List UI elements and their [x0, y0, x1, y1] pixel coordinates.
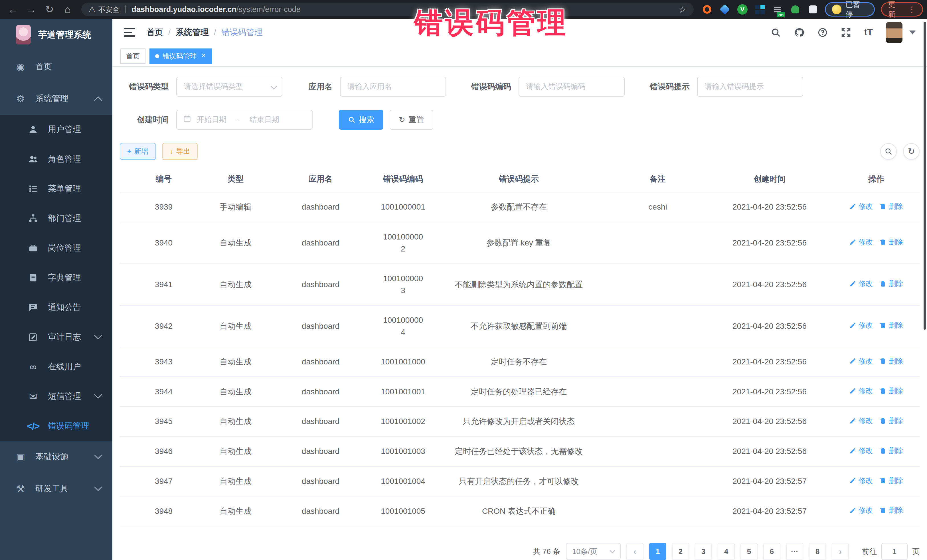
pin-extension-icon[interactable]: [719, 4, 731, 15]
next-page-button[interactable]: ›: [832, 543, 849, 560]
table-row[interactable]: 3939手动编辑dashboard1001000001参数配置不存在ceshi2…: [120, 192, 919, 222]
delete-link[interactable]: 删除: [880, 385, 903, 396]
sidebar-item-menus[interactable]: 菜单管理: [0, 174, 112, 203]
edit-link[interactable]: 修改: [849, 505, 873, 516]
user-avatar[interactable]: [886, 22, 903, 43]
bookmark-star-icon[interactable]: ☆: [679, 5, 686, 15]
delete-link[interactable]: 删除: [880, 320, 903, 331]
app-name-input[interactable]: [340, 77, 446, 97]
table-row[interactable]: 3946自动生成dashboard1001001003定时任务已经处于该状态，无…: [120, 437, 919, 466]
table-row[interactable]: 3943自动生成dashboard1001001000定时任务不存在2021-0…: [120, 347, 919, 377]
person-extension-icon[interactable]: [790, 4, 801, 15]
sidebar-item-online-users[interactable]: ∞ 在线用户: [0, 352, 112, 381]
paused-extension-chip[interactable]: 已暂停: [825, 2, 875, 17]
sidebar-item-error-code[interactable]: </> 错误码管理: [0, 411, 112, 441]
browser-forward-icon[interactable]: →: [22, 3, 41, 15]
browser-back-icon[interactable]: ←: [4, 3, 22, 15]
sidebar-item-notices[interactable]: 通知公告: [0, 293, 112, 322]
edit-link[interactable]: 修改: [849, 201, 873, 212]
delete-link[interactable]: 删除: [880, 505, 903, 516]
date-range-picker[interactable]: 开始日期 - 结束日期: [176, 110, 313, 130]
table-row[interactable]: 3941自动生成dashboard100100000 3不能删除类型为系统内置的…: [120, 264, 919, 305]
edit-link[interactable]: 修改: [849, 385, 873, 396]
delete-link[interactable]: 删除: [880, 356, 903, 367]
logo[interactable]: 芋道管理系统: [0, 19, 112, 51]
table-row[interactable]: 3947自动生成dashboard1001001004只有开启状态的任务，才可以…: [120, 466, 919, 496]
edit-link[interactable]: 修改: [849, 278, 873, 289]
delete-link[interactable]: 删除: [880, 475, 903, 486]
refresh-table-button[interactable]: ↻: [903, 143, 919, 160]
tab-error-code[interactable]: 错误码管理: [149, 49, 212, 64]
sidebar-item-posts[interactable]: 岗位管理: [0, 233, 112, 263]
edit-link[interactable]: 修改: [849, 356, 873, 367]
font-size-icon[interactable]: tT: [864, 27, 873, 38]
sidebar-item-dictionary[interactable]: 字典管理: [0, 263, 112, 293]
sidebar-item-roles[interactable]: 角色管理: [0, 144, 112, 174]
delete-link[interactable]: 删除: [880, 445, 903, 456]
table-row[interactable]: 3945自动生成dashboard1001001002只允许修改为开启或者关闭状…: [120, 407, 919, 437]
page-button-4[interactable]: 4: [718, 543, 735, 560]
table-row[interactable]: 3942自动生成dashboard100100000 4不允许获取敏感配置到前端…: [120, 305, 919, 347]
page-button-6[interactable]: 6: [763, 543, 780, 560]
scrollbar[interactable]: [924, 22, 926, 329]
export-button[interactable]: ↓ 导出: [162, 143, 198, 160]
collapse-menu-icon[interactable]: [124, 28, 135, 37]
grid-extension-icon[interactable]: [754, 4, 766, 15]
sidebar-item-users[interactable]: 用户管理: [0, 115, 112, 144]
not-secure-label[interactable]: 不安全: [98, 5, 120, 14]
page-button-5[interactable]: 5: [740, 543, 758, 560]
update-chip[interactable]: 更新 ⋮: [881, 2, 923, 17]
sidebar-item-home[interactable]: ◉ 首页: [0, 51, 112, 83]
sidebar-item-sms[interactable]: ✉ 短信管理: [0, 381, 112, 411]
error-code-input[interactable]: [518, 77, 625, 97]
table-row[interactable]: 3948自动生成dashboard1001001005CRON 表达式不正确20…: [120, 496, 919, 526]
record-extension-icon[interactable]: [702, 4, 713, 15]
address-bar[interactable]: ⚠ 不安全 dashboard.yudao.iocoder.cn /system…: [81, 3, 694, 16]
fullscreen-icon[interactable]: [841, 27, 851, 38]
edit-link[interactable]: 修改: [849, 445, 873, 456]
sidebar-item-dev-tools[interactable]: ⚒ 研发工具: [0, 473, 112, 505]
page-button-3[interactable]: 3: [695, 543, 712, 560]
edit-link[interactable]: 修改: [849, 475, 873, 486]
prev-page-button[interactable]: ‹: [626, 543, 643, 560]
url-domain[interactable]: dashboard.yudao.iocoder.cn: [132, 5, 237, 14]
breadcrumb-home[interactable]: 首页: [147, 27, 163, 38]
delete-link[interactable]: 删除: [880, 201, 903, 212]
browser-menu-icon[interactable]: ⋮: [908, 5, 916, 14]
page-button-8[interactable]: 8: [809, 543, 826, 560]
close-icon[interactable]: [201, 52, 207, 60]
puzzle-extension-icon[interactable]: [807, 4, 819, 15]
more-pages-button[interactable]: ···: [786, 543, 803, 560]
browser-home-icon[interactable]: ⌂: [58, 3, 77, 15]
github-icon[interactable]: [794, 27, 804, 38]
error-msg-input[interactable]: [697, 77, 803, 97]
sidebar-item-departments[interactable]: 部门管理: [0, 203, 112, 233]
sidebar-item-system[interactable]: ⚙ 系统管理: [0, 83, 112, 115]
page-button-2[interactable]: 2: [672, 543, 689, 560]
sidebar-item-infrastructure[interactable]: ▣ 基础设施: [0, 441, 112, 473]
table-row[interactable]: 3940自动生成dashboard100100000 2参数配置 key 重复2…: [120, 222, 919, 264]
table-row[interactable]: 3944自动生成dashboard1001001001定时任务的处理器已经存在2…: [120, 377, 919, 407]
delete-link[interactable]: 删除: [880, 237, 903, 247]
edit-link[interactable]: 修改: [849, 416, 873, 426]
reset-button[interactable]: ↻ 重置: [390, 110, 433, 130]
search-icon[interactable]: [771, 27, 781, 38]
error-type-select[interactable]: [176, 77, 283, 97]
edit-link[interactable]: 修改: [849, 320, 873, 331]
green-v-extension-icon[interactable]: V: [737, 4, 748, 15]
search-button[interactable]: 搜索: [339, 110, 383, 130]
hide-search-button[interactable]: [880, 143, 897, 160]
page-button-1[interactable]: 1: [649, 543, 666, 560]
edit-link[interactable]: 修改: [849, 237, 873, 247]
goto-page-input[interactable]: [881, 543, 907, 560]
sidebar-item-audit-log[interactable]: 审计日志: [0, 322, 112, 352]
breadcrumb-system[interactable]: 系统管理: [176, 27, 209, 38]
url-path[interactable]: /system/error-code: [237, 5, 301, 14]
page-size-select[interactable]: 10条/页: [566, 543, 621, 560]
tab-home[interactable]: 首页: [120, 49, 146, 64]
delete-link[interactable]: 删除: [880, 416, 903, 426]
delete-link[interactable]: 删除: [880, 278, 903, 289]
add-button[interactable]: + 新增: [120, 143, 156, 160]
help-icon[interactable]: [818, 27, 828, 38]
avatar-caret-icon[interactable]: [909, 30, 916, 35]
